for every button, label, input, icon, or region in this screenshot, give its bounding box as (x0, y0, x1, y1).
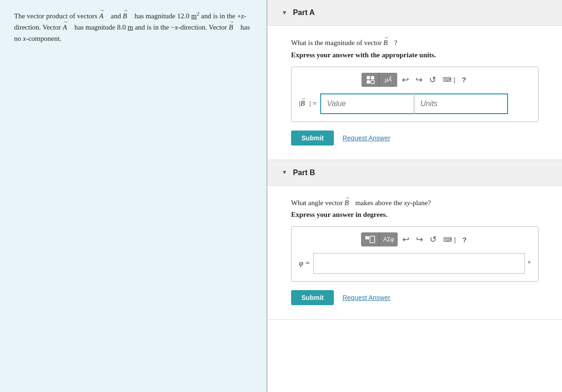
problem-statement: The vector product of vectors A and B ha… (0, 0, 268, 392)
answer-panel: ▼ Part A What is the magnitude of vector… (268, 0, 562, 392)
part-b-request-answer-button[interactable]: Request Answer (342, 294, 390, 301)
part-b-grid-btn[interactable]: √ (361, 232, 379, 246)
units-icon: μÅ (385, 77, 392, 83)
part-a-chevron: ▼ (282, 9, 287, 16)
part-a-header[interactable]: ▼ Part A (268, 0, 562, 26)
part-b-format-group: √ ΑΣφ (361, 232, 398, 246)
part-a-units-btn[interactable]: μÅ (379, 73, 397, 87)
part-b-help-btn[interactable]: ? (461, 235, 469, 245)
part-b-answer-box: √ ΑΣφ ↩ ↪ ↺ ⌨ ] ? (291, 226, 539, 282)
part-a-keyboard-btn[interactable]: ⌨ ] (441, 75, 457, 84)
part-b-title: Part B (293, 169, 315, 177)
part-b-refresh-btn[interactable]: ↺ (428, 233, 439, 246)
part-b-angle-input[interactable] (313, 253, 525, 274)
problem-text: The vector product of vectors A and B ha… (14, 9, 252, 44)
part-a-refresh-btn[interactable]: ↺ (427, 74, 438, 86)
part-b-input-label: φ = (299, 259, 310, 268)
part-b-content: What angle vector B makes above the xy-p… (268, 186, 562, 320)
part-b-header[interactable]: ▼ Part B (268, 160, 562, 186)
part-b-instruction: Express your answer in degrees. (291, 211, 539, 219)
part-b-action-row: Submit Request Answer (291, 290, 539, 305)
part-b-input-row: φ = ° (299, 253, 531, 274)
svg-rect-3 (371, 80, 374, 84)
part-b-sigma-btn[interactable]: ΑΣφ (379, 232, 398, 246)
part-a-request-answer-button[interactable]: Request Answer (342, 134, 390, 142)
part-a-vec-label: B (300, 100, 309, 107)
part-a-undo-btn[interactable]: ↩ (400, 74, 411, 86)
part-b-section: ▼ Part B What angle vector B makes above… (268, 160, 562, 320)
sqrt-grid-icon: √ (365, 235, 375, 244)
part-a-content: What is the magnitude of vector B ? Expr… (268, 26, 562, 160)
part-a-action-row: Submit Request Answer (291, 131, 539, 146)
part-a-instruction: Express your answer with the appropriate… (291, 51, 539, 59)
part-a-value-input[interactable] (320, 93, 414, 114)
part-a-input-label: |B| = (299, 100, 316, 108)
part-b-undo-btn[interactable]: ↩ (400, 233, 411, 246)
part-a-answer-box: μÅ ↩ ↪ ↺ ⌨ ] ? |B| = (291, 67, 539, 122)
part-b-keyboard-btn[interactable]: ⌨ ] (441, 235, 457, 244)
grid-icon (366, 75, 375, 85)
part-b-submit-button[interactable]: Submit (291, 290, 334, 305)
svg-rect-1 (371, 76, 374, 79)
part-a-units-input[interactable] (414, 93, 508, 114)
svg-rect-6 (370, 236, 375, 243)
sigma-icon: ΑΣφ (383, 236, 394, 243)
part-b-toolbar: √ ΑΣφ ↩ ↪ ↺ ⌨ ] ? (299, 232, 531, 246)
degree-symbol: ° (528, 260, 531, 268)
svg-rect-2 (367, 80, 370, 84)
part-a-toolbar: μÅ ↩ ↪ ↺ ⌨ ] ? (299, 73, 531, 87)
part-a-section: ▼ Part A What is the magnitude of vector… (268, 0, 562, 160)
svg-rect-0 (367, 76, 370, 79)
part-a-input-row: |B| = (299, 93, 531, 114)
part-b-redo-btn[interactable]: ↪ (414, 233, 425, 246)
part-a-redo-btn[interactable]: ↪ (414, 74, 424, 86)
part-a-title: Part A (293, 8, 315, 17)
part-a-question: What is the magnitude of vector B ? (291, 38, 539, 48)
part-b-chevron: ▼ (282, 169, 287, 176)
part-a-format-group: μÅ (362, 73, 397, 87)
part-a-grid-btn[interactable] (362, 73, 379, 87)
part-a-submit-button[interactable]: Submit (291, 131, 334, 146)
svg-text:√: √ (366, 236, 368, 240)
part-b-question: What angle vector B makes above the xy-p… (291, 198, 539, 208)
part-a-help-btn[interactable]: ? (460, 75, 468, 85)
